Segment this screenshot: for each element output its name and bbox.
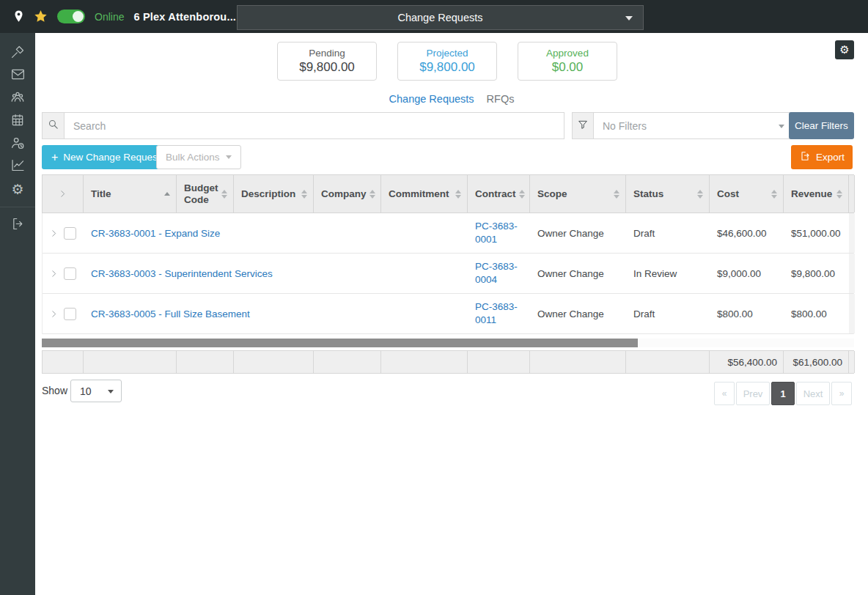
new-change-request-button[interactable]: + New Change Request (42, 145, 169, 169)
next-page-button[interactable]: Next (796, 382, 830, 405)
tab-change-requests[interactable]: Change Requests (389, 93, 474, 105)
row-checkbox[interactable] (64, 308, 76, 320)
expand-row-icon[interactable] (49, 269, 59, 278)
sidebar-item-reports[interactable] (0, 155, 35, 178)
column-header-commitment[interactable]: Commitment (381, 175, 468, 212)
column-header-contract[interactable]: Contract (468, 175, 530, 212)
change-request-link[interactable]: CR-3683-0005 - Full Size Basement (91, 308, 250, 319)
page-selector-dropdown[interactable]: Change Requests (237, 5, 644, 30)
change-request-link[interactable]: CR-3683-0001 - Expand Size (91, 228, 220, 239)
table-totals-row: $56,400.00 $61,600.00 (42, 350, 854, 374)
toggle-knob (73, 11, 84, 22)
contract-link[interactable]: PC-3683-0004 (475, 260, 520, 287)
current-page-button[interactable]: 1 (771, 382, 795, 405)
page-size-select[interactable]: 10 (70, 380, 122, 402)
filters-dropdown[interactable]: No Filters (594, 112, 794, 139)
column-label: Revenue (791, 188, 832, 200)
sidebar-item-logout[interactable] (0, 214, 35, 237)
column-label: Contract (475, 188, 516, 200)
projected-card: Projected $9,800.00 (397, 42, 497, 81)
approved-label: Approved (546, 48, 589, 59)
projected-value: $9,800.00 (419, 60, 475, 75)
filter-funnel-icon (577, 119, 589, 133)
horizontal-scrollbar-thumb[interactable] (42, 339, 638, 347)
sidebar-item-projects[interactable] (0, 42, 35, 64)
totals-cell (177, 351, 234, 373)
revenue-cell: $9,800.00 (784, 254, 849, 293)
totals-cell (84, 351, 177, 373)
column-header-title[interactable]: Title (84, 175, 177, 212)
bulk-actions-button[interactable]: Bulk Actions (156, 145, 241, 169)
column-header-scope[interactable]: Scope (530, 175, 626, 212)
total-revenue: $61,600.00 (784, 351, 849, 373)
commitment-cell (381, 213, 468, 253)
column-header-budget-code[interactable]: Budget Code (177, 175, 234, 212)
column-header-company[interactable]: Company (314, 175, 381, 212)
company-cell (314, 254, 381, 293)
actions-row: + New Change Request Bulk Actions Export (42, 145, 854, 169)
sidebar-item-schedule[interactable] (0, 110, 35, 133)
contract-link[interactable]: PC-3683-0011 (475, 300, 520, 327)
row-checkbox[interactable] (64, 267, 76, 280)
horizontal-scrollbar-track[interactable] (42, 339, 854, 347)
expand-all-header[interactable] (43, 175, 84, 212)
table-header-row: Title Budget Code Description Company Co… (42, 174, 854, 213)
totals-cell (234, 351, 314, 373)
team-icon (10, 89, 26, 108)
page-settings-button[interactable]: ⚙ (835, 40, 854, 59)
column-header-cost[interactable]: Cost (710, 175, 784, 212)
table-row: CR-3683-0005 - Full Size Basement PC-368… (43, 294, 853, 334)
status-cell: In Review (626, 254, 710, 293)
prev-page-button[interactable]: Prev (736, 382, 770, 405)
cost-cell: $46,600.00 (710, 213, 784, 253)
sort-icon (614, 190, 619, 199)
contract-link[interactable]: PC-3683-0001 (475, 220, 520, 246)
location-pin-icon[interactable] (13, 10, 24, 23)
search-input[interactable] (65, 112, 564, 139)
favorite-star-icon[interactable] (34, 10, 48, 23)
expand-row-icon[interactable] (49, 229, 59, 238)
last-page-button[interactable]: » (831, 382, 852, 405)
export-button[interactable]: Export (791, 145, 853, 169)
column-header-revenue[interactable]: Revenue (784, 175, 849, 212)
table-row: CR-3683-0003 - Superintendent Services P… (43, 254, 853, 294)
page-selector-label: Change Requests (397, 12, 482, 23)
line-chart-icon (10, 158, 26, 176)
pending-label: Pending (309, 48, 345, 59)
settings-gear-icon: ⚙ (11, 182, 23, 196)
company-cell (314, 294, 381, 333)
calendar-icon (10, 113, 25, 130)
totals-cell (43, 351, 84, 373)
first-page-button[interactable]: « (714, 382, 735, 405)
bulk-actions-label: Bulk Actions (166, 152, 220, 163)
change-request-link[interactable]: CR-3683-0003 - Superintendent Services (91, 268, 273, 279)
overflow-cell (849, 294, 855, 333)
totals-cell (626, 351, 710, 373)
sort-icon (301, 190, 307, 199)
sidebar-item-time[interactable] (0, 133, 35, 155)
envelope-icon (10, 67, 26, 85)
topbar: Online 6 Plex Attenborou... Change Reque… (0, 0, 868, 33)
scope-cell: Owner Change (530, 254, 626, 293)
totals-cell (468, 351, 530, 373)
commitment-cell (381, 254, 468, 293)
sort-icon (697, 190, 703, 199)
clear-filters-button[interactable]: Clear Filters (789, 112, 854, 139)
cost-cell: $800.00 (710, 294, 784, 333)
sidebar-item-messages[interactable] (0, 64, 35, 87)
sidebar-item-settings[interactable]: ⚙ (0, 178, 35, 201)
totals-cell (530, 351, 626, 373)
row-checkbox[interactable] (64, 227, 76, 240)
tab-rfqs[interactable]: RFQs (487, 93, 515, 105)
sidebar-item-team[interactable] (0, 87, 35, 110)
expand-row-icon[interactable] (49, 309, 59, 319)
sort-icon (771, 190, 777, 199)
search-icon (47, 118, 59, 133)
online-toggle[interactable] (57, 10, 85, 23)
column-header-status[interactable]: Status (626, 175, 710, 212)
column-header-description[interactable]: Description (234, 175, 314, 212)
commitment-cell (381, 294, 468, 333)
caret-down-icon (108, 390, 114, 393)
new-change-request-label: New Change Request (63, 152, 160, 163)
sort-icon (836, 190, 842, 199)
